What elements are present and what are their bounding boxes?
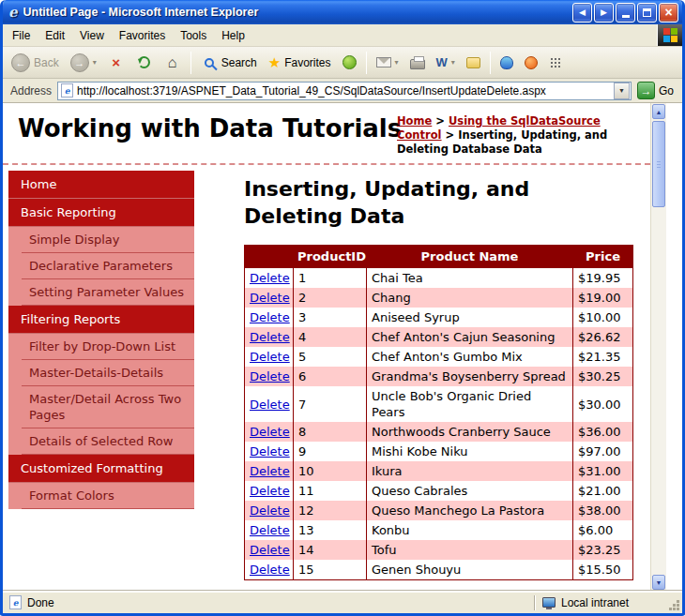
menu-favorites[interactable]: Favorites: [112, 26, 173, 45]
product-name-cell: Uncle Bob's Organic Dried Pears: [367, 386, 573, 422]
address-dropdown-button[interactable]: ▼: [614, 83, 630, 99]
titlebar-extra-button-right[interactable]: ▶: [594, 3, 614, 23]
product-id-cell: 13: [294, 520, 367, 540]
sidebar-item-home[interactable]: Home: [8, 171, 194, 199]
delete-link-row-9[interactable]: Delete: [250, 444, 290, 458]
product-row: Delete2Chang$19.00: [245, 288, 633, 308]
maximize-button[interactable]: [637, 3, 657, 23]
product-id-cell: 1: [294, 268, 367, 289]
go-arrow-icon: →: [637, 82, 655, 99]
sidebar-item-declarative-parameters[interactable]: Declarative Parameters: [22, 253, 194, 279]
product-row: Delete8Northwoods Cranberry Sauce$36.00: [245, 422, 633, 442]
menu-view[interactable]: View: [72, 26, 112, 45]
delete-link-row-11[interactable]: Delete: [250, 484, 290, 498]
menu-file[interactable]: File: [5, 26, 38, 45]
main-content: Inserting, Updating, and Deleting Data P…: [194, 171, 650, 580]
forward-button[interactable]: → ▾: [66, 51, 101, 75]
status-page-icon: e: [9, 595, 22, 609]
delete-link-row-1[interactable]: Delete: [250, 271, 290, 285]
address-input[interactable]: e http://localhost:3719/ASPNET_Data_Tuto…: [57, 82, 632, 100]
table-header-row: ProductIDProduct NamePrice: [245, 246, 633, 268]
back-button[interactable]: ← Back: [7, 51, 64, 75]
sidebar-item-filtering-reports[interactable]: Filtering Reports: [8, 306, 194, 334]
product-name-cell: Aniseed Syrup: [367, 308, 573, 327]
product-name-cell: Genen Shouyu: [367, 560, 573, 580]
media-button[interactable]: [338, 53, 361, 72]
delete-link-row-14[interactable]: Delete: [250, 543, 290, 557]
product-row: Delete13Konbu$6.00: [245, 520, 633, 540]
go-button[interactable]: → Go: [637, 82, 677, 99]
sidebar-item-setting-parameter-values[interactable]: Setting Parameter Values: [22, 279, 194, 306]
close-button[interactable]: ×: [659, 3, 678, 23]
vertical-scrollbar[interactable]: ▲ ▼: [650, 103, 666, 591]
mail-button[interactable]: ▾: [372, 54, 403, 70]
stop-button[interactable]: ×: [103, 52, 129, 74]
action-cell: Delete: [245, 367, 294, 386]
delete-link-row-4[interactable]: Delete: [250, 330, 290, 344]
product-name-cell: Chai Tea: [367, 268, 573, 289]
scrollbar-thumb[interactable]: [652, 121, 665, 207]
search-button[interactable]: Search: [196, 52, 262, 74]
discuss-button[interactable]: [462, 54, 485, 71]
product-row: Delete7Uncle Bob's Organic Dried Pears$3…: [245, 386, 633, 422]
delete-link-row-6[interactable]: Delete: [250, 369, 290, 383]
favorites-button[interactable]: ★ Favorites: [264, 52, 336, 74]
sidebar-item-simple-display[interactable]: Simple Display: [22, 227, 194, 253]
breadcrumb-separator: >: [432, 114, 449, 128]
scroll-down-button[interactable]: ▼: [652, 575, 665, 590]
refresh-button[interactable]: [131, 52, 158, 74]
titlebar-extra-button-left[interactable]: ◀: [572, 3, 592, 23]
search-label: Search: [221, 56, 257, 69]
edit-dropdown-icon: ▾: [451, 58, 455, 67]
sidebar-item-master-details-details[interactable]: Master-Details-Details: [22, 360, 194, 386]
resize-grip-icon[interactable]: [667, 598, 680, 611]
research-button[interactable]: [544, 53, 567, 72]
price-cell: $97.00: [573, 442, 633, 461]
delete-link-row-8[interactable]: Delete: [250, 425, 290, 439]
msn-button[interactable]: [520, 53, 542, 72]
sidebar-item-master-detail-across-two-pages[interactable]: Master/Detail Across Two Pages: [22, 386, 194, 428]
sidebar-item-customized-formatting[interactable]: Customized Formatting: [8, 455, 194, 483]
minimize-button[interactable]: [616, 3, 635, 23]
back-icon: ←: [11, 53, 30, 72]
delete-link-row-10[interactable]: Delete: [250, 464, 290, 478]
delete-link-row-7[interactable]: Delete: [250, 398, 290, 412]
status-text: Done: [27, 596, 54, 609]
column-header-product-name: Product Name: [367, 246, 573, 268]
menu-help[interactable]: Help: [214, 26, 252, 45]
sidebar-item-basic-reporting[interactable]: Basic Reporting: [8, 199, 194, 227]
edit-with-word-button[interactable]: W ▾: [432, 53, 460, 72]
product-id-cell: 7: [294, 386, 367, 422]
breadcrumb-link-home[interactable]: Home: [397, 114, 432, 128]
address-label: Address: [8, 84, 52, 98]
menu-edit[interactable]: Edit: [38, 26, 72, 45]
product-id-cell: 14: [294, 540, 367, 560]
titlebar[interactable]: e Untitled Page - Microsoft Internet Exp…: [3, 0, 682, 24]
column-header-productid: ProductID: [294, 246, 367, 268]
delete-link-row-12[interactable]: Delete: [250, 503, 290, 518]
sidebar-row: Filter by Drop-Down List: [8, 334, 194, 360]
delete-link-row-15[interactable]: Delete: [250, 563, 290, 577]
local-intranet-icon: [542, 597, 556, 608]
price-cell: $38.00: [573, 501, 633, 520]
messenger-button[interactable]: [495, 53, 518, 72]
product-row: Delete3Aniseed Syrup$10.00: [245, 308, 633, 327]
delete-link-row-3[interactable]: Delete: [250, 310, 290, 324]
sidebar-row: Master-Details-Details: [8, 360, 194, 386]
sidebar-item-details-of-selected-row[interactable]: Details of Selected Row: [22, 428, 194, 455]
product-row: Delete9Mishi Kobe Niku$97.00: [245, 442, 633, 461]
print-button[interactable]: [405, 53, 430, 72]
price-cell: $31.00: [573, 461, 633, 481]
home-icon: ⌂: [168, 54, 177, 71]
address-url: http://localhost:3719/ASPNET_Data_Tutori…: [77, 84, 610, 98]
sidebar-indent-strip: [8, 253, 22, 279]
chevron-down-icon: ▼: [618, 87, 625, 94]
home-button[interactable]: ⌂: [160, 52, 186, 74]
sidebar-item-filter-by-drop-down-list[interactable]: Filter by Drop-Down List: [22, 334, 194, 360]
menu-tools[interactable]: Tools: [173, 26, 214, 45]
sidebar-item-format-colors[interactable]: Format Colors: [22, 483, 194, 509]
delete-link-row-5[interactable]: Delete: [250, 350, 290, 364]
scroll-up-button[interactable]: ▲: [652, 104, 665, 119]
delete-link-row-2[interactable]: Delete: [250, 291, 290, 305]
delete-link-row-13[interactable]: Delete: [250, 523, 290, 537]
